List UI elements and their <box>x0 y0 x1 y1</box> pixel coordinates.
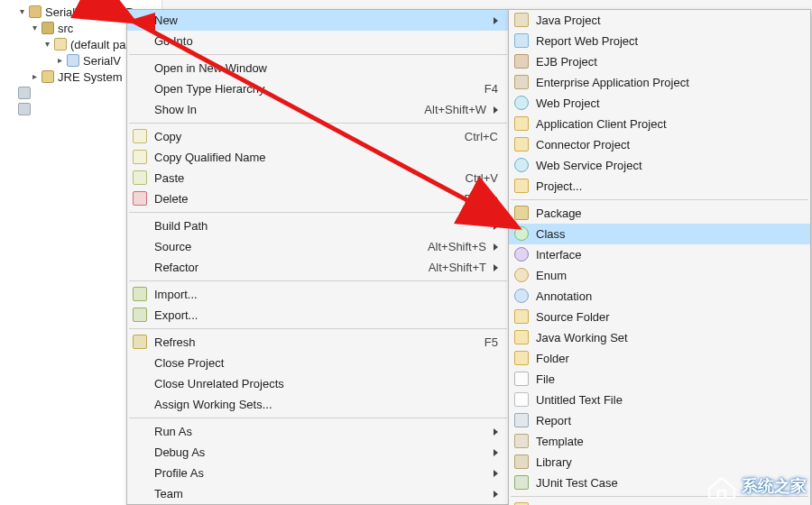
ctx-build-path[interactable]: Build Path <box>127 216 509 236</box>
new-template[interactable]: Template <box>509 431 810 452</box>
ctx-assign-working-sets[interactable]: Assign Working Sets... <box>127 394 509 415</box>
new-report-web-project[interactable]: Report Web Project <box>509 31 810 51</box>
submenu-arrow-icon <box>494 428 498 436</box>
menu-item-label: Interface <box>536 248 799 262</box>
menu-item-label: Debug As <box>154 445 486 459</box>
ctx-close-unrelated-projects[interactable]: Close Unrelated Projects <box>127 373 509 394</box>
new-web-service-project[interactable]: Web Service Project <box>509 155 810 176</box>
menu-separator <box>511 199 808 200</box>
new-web-project[interactable]: Web Project <box>509 93 810 114</box>
new-enum[interactable]: Enum <box>509 265 810 286</box>
ctx-profile-as[interactable]: Profile As <box>127 463 509 483</box>
new-other[interactable]: Other...Ctrl+N <box>509 500 810 505</box>
chevron-down-icon: ▾ <box>16 6 27 17</box>
menu-item-accelerator: Ctrl+C <box>465 130 498 143</box>
new-folder[interactable]: Folder <box>509 348 810 369</box>
menu-item-label: New <box>154 14 486 27</box>
new-library[interactable]: Library <box>509 452 810 473</box>
ctx-copy[interactable]: CopyCtrl+C <box>127 126 509 147</box>
menu-item-label: Package <box>536 207 799 220</box>
ctx-paste[interactable]: PasteCtrl+V <box>127 168 509 188</box>
ann-icon <box>514 289 529 303</box>
enum-icon <box>514 268 529 282</box>
java-file-icon <box>67 54 79 67</box>
new-source-folder[interactable]: Source Folder <box>509 307 810 327</box>
ctx-run-as[interactable]: Run As <box>127 421 509 442</box>
menu-item-label: Web Service Project <box>536 159 799 172</box>
new-untitled-text-file[interactable]: Untitled Text File <box>509 390 810 410</box>
globe-icon <box>514 96 529 110</box>
lib-icon <box>514 454 529 469</box>
new-interface[interactable]: Interface <box>509 244 810 265</box>
ctx-delete[interactable]: DeleteDelete <box>127 188 509 209</box>
rpt-icon <box>514 413 529 427</box>
new-file[interactable]: File <box>509 369 810 390</box>
menu-item-label: Close Project <box>154 356 498 370</box>
submenu-arrow-icon <box>494 17 498 24</box>
file-icon <box>514 372 529 386</box>
ctx-show-in[interactable]: Show InAlt+Shift+W <box>127 99 509 120</box>
new-report[interactable]: Report <box>509 410 810 431</box>
menu-separator <box>129 54 507 55</box>
new-junit-test-case[interactable]: JUnit Test Case <box>509 473 810 493</box>
new-ejb-project[interactable]: EJB Project <box>509 51 810 72</box>
menu-item-label: Source Folder <box>536 310 799 324</box>
paste-icon <box>133 170 147 185</box>
copy-icon <box>133 129 147 143</box>
ctx-debug-as[interactable]: Debug As <box>127 442 509 463</box>
submenu-arrow-icon <box>494 449 498 456</box>
menu-item-accelerator: Alt+Shift+S <box>428 240 486 253</box>
ctx-open-in-new-window[interactable]: Open in New Window <box>127 58 509 78</box>
new-connector-project[interactable]: Connector Project <box>509 134 810 155</box>
tree-package-label: (default pa <box>70 38 125 51</box>
jre-library-icon <box>42 70 54 83</box>
new-class[interactable]: Class <box>509 224 810 244</box>
menu-item-label: Annotation <box>536 289 799 303</box>
ctx-open-type-hierarchy[interactable]: Open Type HierarchyF4 <box>127 78 509 99</box>
menu-item-accelerator: Alt+Shift+T <box>429 261 486 274</box>
ejb-icon <box>514 54 529 69</box>
submenu-arrow-icon <box>494 470 498 477</box>
java-icon <box>514 13 529 27</box>
ctx-export[interactable]: Export... <box>127 305 509 326</box>
menu-item-label: Build Path <box>154 219 486 233</box>
new-annotation[interactable]: Annotation <box>509 286 810 307</box>
new-java-working-set[interactable]: Java Working Set <box>509 327 810 348</box>
ctx-refactor[interactable]: RefactorAlt+Shift+T <box>127 257 509 278</box>
menu-item-label: Folder <box>536 352 799 365</box>
ctx-new[interactable]: New <box>127 10 509 31</box>
menu-item-label: Paste <box>154 171 448 185</box>
ctx-source[interactable]: SourceAlt+Shift+S <box>127 236 509 257</box>
menu-item-label: File <box>536 372 799 386</box>
project-icon <box>29 5 42 18</box>
submenu-arrow-icon <box>494 106 498 114</box>
delete-icon <box>133 191 147 206</box>
menu-item-accelerator: Delete <box>464 192 498 206</box>
new-java-project[interactable]: Java Project <box>509 10 810 31</box>
ctx-team[interactable]: Team <box>127 483 509 504</box>
ctx-close-project[interactable]: Close Project <box>127 353 509 373</box>
new-package[interactable]: Package <box>509 203 810 224</box>
ctx-copy-qualified-name[interactable]: Copy Qualified Name <box>127 147 509 168</box>
new-application-client-project[interactable]: Application Client Project <box>509 114 810 134</box>
txt-icon <box>514 392 529 407</box>
menu-item-label: JUnit Test Case <box>536 476 799 490</box>
folder-icon <box>514 179 529 193</box>
new-project[interactable]: Project... <box>509 176 810 197</box>
chevron-right-icon: ▸ <box>29 71 40 82</box>
menu-item-label: Delete <box>154 192 446 206</box>
menu-item-label: EJB Project <box>536 55 799 69</box>
ctx-refresh[interactable]: RefreshF5 <box>127 332 509 353</box>
ctx-import[interactable]: Import... <box>127 284 509 305</box>
menu-item-label: Copy <box>154 130 447 143</box>
menu-item-label: Open in New Window <box>154 61 498 75</box>
menu-item-accelerator: F4 <box>484 82 498 96</box>
new-enterprise-application-project[interactable]: Enterprise Application Project <box>509 72 810 93</box>
web-icon <box>514 33 529 48</box>
menu-separator <box>129 212 507 213</box>
menu-separator <box>129 418 507 418</box>
menu-separator <box>129 280 507 281</box>
ctx-go-into[interactable]: Go Into <box>127 31 509 51</box>
junit-icon <box>514 475 529 490</box>
refresh-icon <box>133 335 147 349</box>
